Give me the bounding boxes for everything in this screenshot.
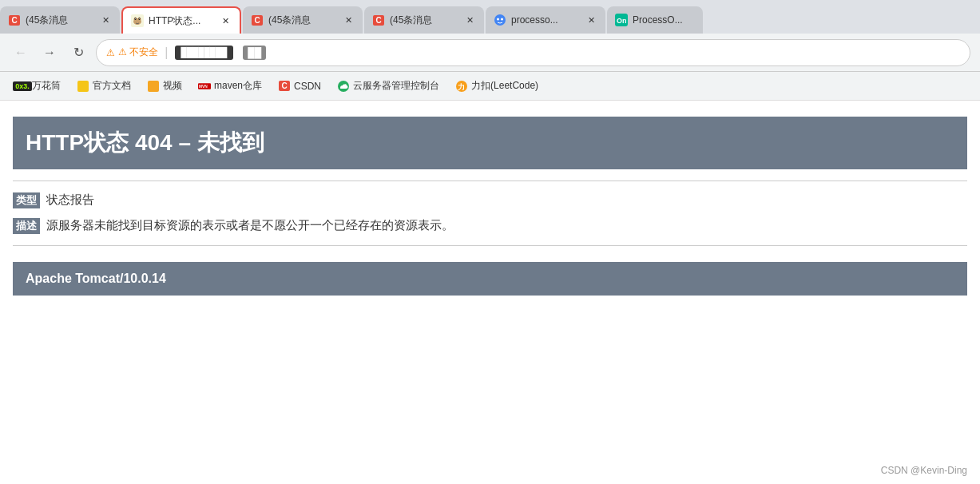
tab-2-label: HTTP状态... [149,14,214,28]
footer-title: Apache Tomcat/10.0.14 [26,272,166,285]
forward-button[interactable]: → [38,42,61,64]
tab-5-icon [494,14,506,26]
cloud-icon [337,80,350,93]
tab-5[interactable]: processo... ✕ [486,6,605,34]
url-extra: ██ [243,46,266,60]
yellow2-folder-icon [147,80,160,93]
tab-2-close[interactable]: ✕ [219,14,232,27]
tab-3-label: (45条消息 [268,14,337,27]
bookmark-official-docs[interactable]: 官方文档 [70,76,137,96]
type-row: 类型 状态报告 [13,192,967,208]
tab-bar: C (45条消息 ✕ HTTP状态... ✕ C (4 [0,0,980,34]
svg-text:MVN: MVN [199,85,208,89]
tab-6[interactable]: On ProcessO... [607,6,703,34]
page-attribution: CSDN @Kevin-Ding [881,465,967,476]
tab-1-label: (45条消息 [26,14,94,27]
yellow-folder-icon [77,80,89,93]
tab-1[interactable]: C (45条消息 ✕ [0,6,120,34]
mvn-icon: MVN [198,80,211,93]
bookmark-video-label: 视频 [163,79,182,93]
footer-bar: Apache Tomcat/10.0.14 [13,262,967,296]
tab-5-close[interactable]: ✕ [585,14,597,26]
tab-6-label: ProcessO... [633,14,695,26]
page-content: HTTP状态 404 – 未找到 类型 状态报告 描述 源服务器未能找到目标资源… [0,101,980,311]
url-divider: | [165,46,168,60]
svg-point-7 [139,18,140,19]
bookmark-maven-label: maven仓库 [214,79,262,93]
svg-text:On: On [617,17,627,25]
bookmark-leetcode[interactable]: 力 力扣(LeetCode) [449,76,545,96]
tab-4-icon: C [372,14,385,26]
bookmark-cloud-console[interactable]: 云服务器管理控制台 [331,76,446,96]
divider-2 [13,245,967,246]
security-warning: ⚠ ⚠ 不安全 [106,46,158,59]
error-header: HTTP状态 404 – 未找到 [13,117,967,169]
svg-point-10 [501,18,503,21]
tab-2-icon [131,14,144,27]
bookmark-wanhuatong-label: 万花筒 [32,79,61,93]
reload-button[interactable]: ↻ [67,42,89,64]
bookmark-csdn-label: CSDN [294,81,321,92]
tab-4-label: (45条消息 [390,14,458,27]
url-text: ████████ [175,46,234,60]
type-value: 状态报告 [46,192,94,208]
bookmark-maven[interactable]: MVN maven仓库 [192,76,268,96]
desc-label: 描述 [13,218,40,234]
hex-icon: 0x3. [16,80,29,93]
tab-3[interactable]: C (45条消息 ✕ [243,6,363,34]
bookmark-csdn[interactable]: C CSDN [272,77,327,96]
svg-point-9 [497,18,499,21]
desc-value: 源服务器未能找到目标资源的表示或者是不愿公开一个已经存在的资源表示。 [46,218,454,233]
tab-1-icon: C [8,14,21,26]
bookmark-wanhuatong[interactable]: 0x3. 万花筒 [10,76,67,96]
leetcode-icon: 力 [455,80,468,93]
address-field[interactable]: ⚠ ⚠ 不安全 | ████████ ██ [96,39,970,66]
tab-6-icon: On [615,14,628,26]
bookmark-leetcode-label: 力扣(LeetCode) [471,79,538,93]
desc-row: 描述 源服务器未能找到目标资源的表示或者是不愿公开一个已经存在的资源表示。 [13,218,967,234]
bookmark-official-docs-label: 官方文档 [93,79,131,93]
bookmarks-bar: 0x3. 万花筒 官方文档 视频 MVN maven仓库 C CSDN [0,72,980,101]
bookmark-video[interactable]: 视频 [141,76,188,96]
error-title: HTTP状态 404 – 未找到 [26,128,954,158]
tab-4[interactable]: C (45条消息 ✕ [364,6,484,34]
bookmark-cloud-console-label: 云服务器管理控制台 [353,79,439,93]
attribution-text: CSDN @Kevin-Ding [881,465,967,476]
type-label: 类型 [13,192,40,208]
csdn-icon: C [278,80,291,93]
tab-1-close[interactable]: ✕ [99,14,112,26]
tab-5-label: processo... [511,14,580,26]
tab-3-close[interactable]: ✕ [342,14,355,26]
svg-point-8 [494,14,506,26]
svg-text:力: 力 [457,83,465,91]
tab-2[interactable]: HTTP状态... ✕ [121,6,241,34]
back-button[interactable]: ← [10,42,32,64]
tab-3-icon: C [251,14,264,26]
address-bar: ← → ↻ ⚠ ⚠ 不安全 | ████████ ██ [0,34,980,72]
tab-4-close[interactable]: ✕ [463,14,476,26]
svg-point-6 [135,18,136,19]
divider-1 [13,181,967,181]
